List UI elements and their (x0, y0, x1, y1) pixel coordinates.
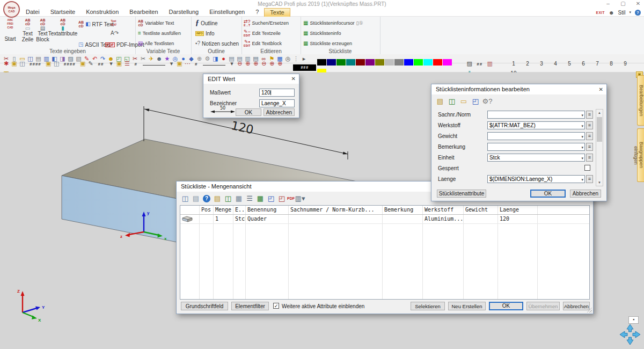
maximize-button[interactable]: ▢ (619, 1, 627, 6)
minimize-button[interactable]: – (604, 1, 612, 6)
resize-grip[interactable] (587, 308, 592, 312)
pen-number-button[interactable]: 2 (521, 61, 535, 67)
menu-help[interactable]: ? (250, 8, 264, 16)
ribbon-rtf-text-button[interactable]: AB cD ◧ RTF Text (78, 20, 114, 28)
bom-info-title-bar[interactable]: Stücklisteninformationen bearbeiten ✕ (431, 84, 606, 94)
bom-list-ok-button[interactable]: OK (489, 302, 523, 310)
pen-number-button[interactable]: 3 (535, 61, 548, 67)
bom-info-cancel-button[interactable]: Abbrechen (570, 190, 601, 198)
pen-style-icon[interactable]: ✎ (87, 59, 95, 68)
pen-number-button[interactable]: 8 (604, 61, 618, 67)
bom-table-empty-row[interactable] (180, 241, 589, 250)
bemerkung-combo[interactable]: ▾ (487, 143, 585, 151)
dither-pattern-icon[interactable]: ▨ (465, 59, 473, 68)
db-save-icon[interactable]: ◫ (447, 96, 457, 107)
elementfilter-button[interactable]: Elementfilter (231, 302, 269, 310)
gesperrt-checkbox[interactable] (584, 165, 590, 171)
pen-number-button[interactable]: 7 (590, 61, 604, 67)
pen-number-button[interactable]: 4 (548, 61, 562, 67)
list-view-icon[interactable]: ☰ (244, 193, 255, 204)
layer-number-icon[interactable]: #### (26, 62, 45, 67)
ribbon-text-zeile-button[interactable]: AB cD ▭ Text Zeile (20, 18, 35, 42)
attribute-wizard-icon[interactable]: ⚙? (482, 96, 493, 107)
linetype-dropdown-icon[interactable]: ▾ (228, 59, 236, 68)
group-number-icon[interactable]: #### (61, 62, 79, 67)
more-dots-icon[interactable]: ⋮ (292, 54, 300, 63)
laenge-combo[interactable]: $(DIMENSION:Laenge_X)▾ (487, 175, 585, 183)
ribbon-alle-textlisten-button[interactable]: ▤ Alle Textlisten (138, 39, 174, 48)
help-icon[interactable]: ? (203, 195, 210, 202)
ribbon-text-macro-button[interactable]: Text 4647 (111, 19, 116, 27)
linetype-preview-preview[interactable] (203, 65, 225, 66)
export-save-2-icon[interactable]: ◰ (276, 193, 287, 204)
uebernehmen-button[interactable]: Übernehmen (526, 302, 560, 310)
menu-einstellungen[interactable]: Einstellungen (204, 8, 250, 16)
linewidth-preview-preview[interactable] (143, 65, 165, 66)
layer-lock-icon[interactable]: ▣ (10, 59, 18, 68)
group-lock-icon[interactable]: ▣ (45, 59, 53, 68)
gewicht-combo[interactable]: ▾ (487, 132, 585, 140)
edit-wert-ok-button[interactable]: OK (236, 108, 261, 116)
bom-list-cancel-button[interactable]: Abbrechen (563, 302, 590, 310)
menu-bearbeiten[interactable]: Bearbeiten (124, 8, 163, 16)
bom-table[interactable]: Pos Menge E... Benennung Sachnummer / No… (180, 205, 590, 300)
ribbon-notizen-suchen-button[interactable]: ▪? Notizen suchen (195, 39, 239, 48)
sachnr-combo[interactable]: ▾ (487, 111, 585, 119)
style-dropdown-icon[interactable]: ▾ (629, 10, 631, 14)
ribbon-suchen-ersetzen-button[interactable]: ⇄? E→T Suchen/Ersetzen (244, 19, 289, 27)
color-swatch[interactable] (327, 59, 336, 66)
zoom-window-icon[interactable]: ⊕ (252, 59, 260, 68)
zoom-previous-icon[interactable]: ⊖ (260, 59, 268, 68)
color-swatch[interactable] (365, 59, 375, 66)
copy-icon[interactable]: ◫ (180, 193, 191, 204)
side-tab-bearbeitungen[interactable]: Bearbeitungen (637, 75, 644, 126)
menu-darstellung[interactable]: Darstellung (164, 8, 204, 16)
neu-erstellen-button[interactable]: Neu Erstellen (448, 302, 486, 310)
ribbon-text-arrow-button[interactable]: A↷ (111, 29, 119, 38)
ribbon-textattribute-button[interactable]: AB cD ▮ Textattribute (50, 18, 75, 37)
bom-info-close-icon[interactable]: ✕ (599, 84, 603, 94)
pen-dropdown-icon[interactable]: ▾ (107, 59, 115, 68)
color-swatch[interactable] (423, 59, 433, 66)
color-swatch[interactable] (385, 59, 394, 66)
linetype-icon-icon[interactable]: ⋯ (184, 59, 192, 68)
werkstoff-list-button[interactable]: ≡ (586, 121, 593, 129)
masswert-input[interactable]: 120 (259, 89, 295, 97)
bom-info-ok-button[interactable]: OK (530, 190, 566, 198)
sachnr-list-button[interactable]: ≡ (586, 111, 593, 119)
color-swatch[interactable] (394, 59, 404, 66)
ribbon-textliste-ausfuellen-button[interactable]: ≡ Textliste ausfüllen (138, 29, 181, 38)
ribbon-edit-textzeile-button[interactable]: ✎− EDIT Edit Textzeile (244, 29, 281, 38)
ribbon-stueckliste-erzeugen-button[interactable]: ▦ Stückliste erzeugen (303, 39, 352, 48)
ribbon-text-block-button[interactable]: AB cD ▤ Text Block (35, 18, 50, 42)
color-number-icon[interactable]: ## (473, 62, 486, 67)
zoom-out-icon[interactable]: ⊖ (236, 59, 244, 68)
current-color-icon[interactable]: ✱ (2, 59, 10, 68)
column-config-icon[interactable]: ▥▾ (295, 193, 305, 204)
style-selector[interactable]: Stil (618, 10, 626, 16)
expand-icon[interactable]: ▸ (300, 54, 308, 63)
edit-wert-close-icon[interactable]: ✕ (291, 74, 296, 84)
ribbon-start-button[interactable]: ABC FREI CAD Start (2, 18, 18, 42)
bom-table-header[interactable]: Pos Menge E... Benennung Sachnummer / No… (180, 206, 589, 215)
edit-wert-cancel-button[interactable]: Abbrechen (264, 108, 295, 116)
ribbon-stuecklisteninfocursor-button[interactable]: ▦ Stücklisteninfocursor ▯① (303, 19, 363, 27)
bom-table-empty-row[interactable] (180, 293, 589, 300)
stuecklistenattribute-button[interactable]: Stücklistenattribute (437, 190, 486, 198)
file-save-icon[interactable]: ◰ (470, 96, 481, 107)
bom-table-empty-row[interactable] (180, 275, 589, 284)
table-grid-icon[interactable]: ▦ (233, 193, 244, 204)
viewport-corner-button[interactable]: ▪ (628, 316, 639, 324)
scroll-down-icon[interactable]: ▼ (596, 179, 603, 186)
bezeichner-input[interactable]: Laenge_X (259, 99, 295, 107)
einheit-combo[interactable]: Stck▾ (487, 154, 585, 162)
ribbon-variabler-text-button[interactable]: AB cD Variabler Text (138, 19, 174, 27)
linewidth-lock-icon[interactable]: ▣ (115, 59, 123, 68)
exit-command-icon[interactable]: EXIT (596, 11, 605, 14)
attributes-checkbox[interactable]: ✓ (273, 303, 279, 309)
tab-texte[interactable]: Texte (264, 8, 290, 17)
ribbon-stuecklisteninfo-button[interactable]: ▦ Stücklisteninfo (303, 29, 341, 38)
paste-icon[interactable]: ▤ (191, 193, 201, 204)
pen-lock-icon[interactable]: ▣ (79, 59, 87, 68)
bom-table-empty-row[interactable] (180, 258, 589, 267)
